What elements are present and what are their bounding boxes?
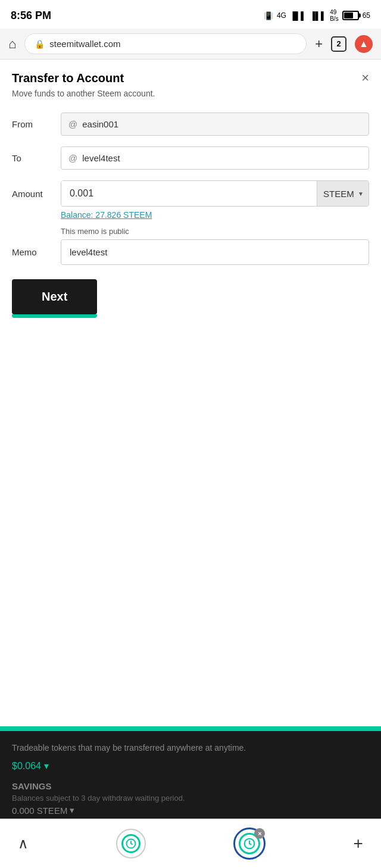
modal-title: Transfer to Account [12,71,124,85]
memo-public-text: This memo is public [61,227,369,236]
signal2-icon: ▐▌▌ [310,11,327,20]
memo-input[interactable] [61,239,369,265]
data-speed: 49B/s [330,9,338,22]
memo-label: Memo [12,247,54,257]
dark-description: Tradeable tokens that may be transferred… [12,742,369,754]
memo-row: Memo [12,239,369,265]
from-at-sign: @ [68,119,77,129]
dark-amount: $0.064 ▾ [12,760,369,772]
vibrate-icon: 📳 [264,11,273,20]
to-row: To @ [12,146,369,170]
savings-description: Balances subject to 3 day withdraw waiti… [12,794,369,803]
amount-input-wrap: STEEM SBD [61,180,369,207]
bottom-nav: ∧ × + [0,819,381,868]
from-input-wrapper: @ [61,113,369,136]
address-bar[interactable]: 🔒 steemitwallet.com [24,33,307,54]
page-content: Transfer to Account × Move funds to anot… [0,60,381,326]
to-at-sign: @ [68,153,77,163]
close-badge[interactable]: × [254,828,265,839]
from-row: From @ [12,113,369,136]
savings-dropdown-icon[interactable]: ▾ [70,805,74,816]
close-button[interactable]: × [361,71,369,85]
battery-icon [342,11,359,20]
lock-icon: 🔒 [35,39,45,49]
status-time: 8:56 PM [11,10,51,22]
nav-circle-left-inner [121,834,140,853]
tab-switcher-button[interactable]: 2 [331,36,346,52]
status-bar: 8:56 PM 📳 4G ▐▌▌ ▐▌▌ 49B/s 65 [0,0,381,29]
modal-header: Transfer to Account × [12,71,369,85]
from-label: From [12,119,54,129]
next-button[interactable]: Next [12,279,97,314]
browser-bar: ⌂ 🔒 steemitwallet.com + 2 ▲ [0,29,381,60]
to-input-wrapper: @ [61,146,369,170]
network-icon: 4G [277,11,286,20]
amount-row: Amount STEEM SBD [12,180,369,207]
amount-input[interactable] [61,181,317,206]
from-input[interactable] [82,119,361,129]
back-button[interactable]: ∧ [18,835,29,852]
savings-amount: 0.000 STEEM ▾ [12,805,369,816]
signal-icon: ▐▌▌ [290,11,307,20]
dropdown-icon[interactable]: ▾ [44,760,49,772]
currency-wrap[interactable]: STEEM SBD [317,181,368,206]
to-label: To [12,153,54,163]
status-icons: 📳 4G ▐▌▌ ▐▌▌ 49B/s 65 [264,9,370,22]
battery-percent: 65 [363,11,370,20]
add-tab-button[interactable]: + [315,36,323,52]
amount-label: Amount [12,189,54,199]
nav-circle-left[interactable] [116,829,146,858]
dark-bottom-section: Tradeable tokens that may be transferred… [0,726,381,826]
to-input[interactable] [82,153,361,163]
browser-actions: + 2 ▲ [315,35,373,53]
balance-link[interactable]: Balance: 27.826 STEEM [61,210,369,220]
savings-title: SAVINGS [12,781,369,791]
teal-divider [0,726,381,731]
add-button[interactable]: + [354,834,363,853]
share-button[interactable]: ▲ [355,35,373,53]
modal-subtitle: Move funds to another Steem account. [12,89,369,98]
currency-select[interactable]: STEEM SBD [317,183,368,205]
home-button[interactable]: ⌂ [8,36,16,52]
nav-circle-center[interactable]: × [233,828,266,860]
url-text: steemitwallet.com [49,39,120,49]
